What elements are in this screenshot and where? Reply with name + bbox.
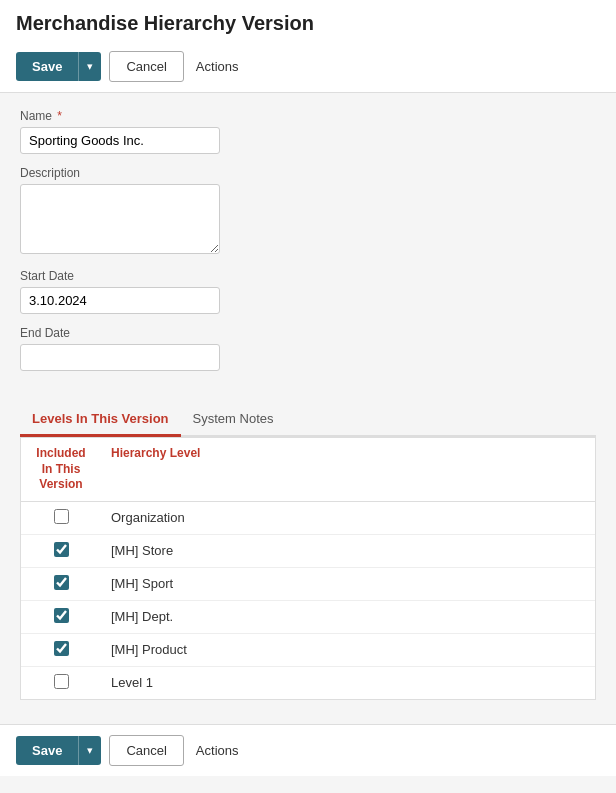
top-toolbar: Save ▾ Cancel Actions [0,43,616,93]
row-hierarchy-level: Level 1 [101,666,595,699]
bottom-actions-link[interactable]: Actions [192,736,243,765]
required-star: * [54,109,62,123]
row-checkbox-cell [21,501,101,534]
table-row: [MH] Dept. [21,600,595,633]
table-row: Level 1 [21,666,595,699]
include-checkbox[interactable] [54,674,69,689]
row-hierarchy-level: [MH] Dept. [101,600,595,633]
name-field-group: Name * [20,109,596,154]
page-title-text: Merchandise Hierarchy Version [16,12,314,34]
include-checkbox[interactable] [54,608,69,623]
include-checkbox[interactable] [54,509,69,524]
bottom-save-button-group: Save ▾ [16,736,101,765]
description-input[interactable] [20,184,220,254]
start-date-input[interactable] [20,287,220,314]
actions-link[interactable]: Actions [192,52,243,81]
tabs-section: Levels In This Version System Notes [0,403,616,437]
row-checkbox-cell [21,633,101,666]
hierarchy-table-container: Included In This Version Hierarchy Level… [20,437,596,700]
bottom-save-button[interactable]: Save [16,736,78,765]
table-row: [MH] Store [21,534,595,567]
include-checkbox[interactable] [54,641,69,656]
bottom-save-dropdown-button[interactable]: ▾ [78,736,101,765]
row-checkbox-cell [21,567,101,600]
end-date-field-group: End Date [20,326,596,371]
end-date-label: End Date [20,326,596,340]
page-title: Merchandise Hierarchy Version [0,0,616,43]
description-label: Description [20,166,596,180]
tabs-bar: Levels In This Version System Notes [20,403,596,437]
save-dropdown-button[interactable]: ▾ [78,52,101,81]
include-checkbox[interactable] [54,542,69,557]
hierarchy-table: Included In This Version Hierarchy Level… [21,438,595,699]
row-hierarchy-level: Organization [101,501,595,534]
save-button-group: Save ▾ [16,52,101,81]
row-hierarchy-level: [MH] Sport [101,567,595,600]
row-checkbox-cell [21,534,101,567]
include-checkbox[interactable] [54,575,69,590]
name-input[interactable] [20,127,220,154]
col-header-hierarchy-level: Hierarchy Level [101,438,595,501]
row-checkbox-cell [21,600,101,633]
tab-system-notes[interactable]: System Notes [181,403,286,437]
cancel-button[interactable]: Cancel [109,51,183,82]
row-hierarchy-level: [MH] Product [101,633,595,666]
save-button[interactable]: Save [16,52,78,81]
table-row: Organization [21,501,595,534]
end-date-input[interactable] [20,344,220,371]
name-label: Name * [20,109,596,123]
description-field-group: Description [20,166,596,257]
start-date-field-group: Start Date [20,269,596,314]
start-date-label: Start Date [20,269,596,283]
col-header-included: Included In This Version [21,438,101,501]
table-row: [MH] Sport [21,567,595,600]
chevron-down-icon: ▾ [87,60,93,72]
row-checkbox-cell [21,666,101,699]
chevron-down-icon: ▾ [87,744,93,756]
row-hierarchy-level: [MH] Store [101,534,595,567]
table-row: [MH] Product [21,633,595,666]
bottom-toolbar: Save ▾ Cancel Actions [0,724,616,776]
bottom-cancel-button[interactable]: Cancel [109,735,183,766]
form-section: Name * Description Start Date End Date [0,93,616,395]
tab-levels-in-this-version[interactable]: Levels In This Version [20,403,181,437]
